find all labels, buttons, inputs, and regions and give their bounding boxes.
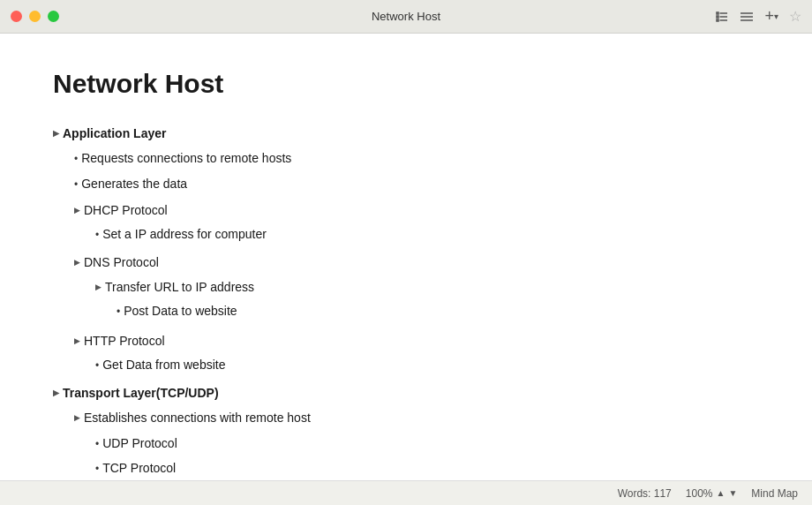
add-icon[interactable]: +▾ [764, 7, 778, 26]
toggle-http[interactable]: ▶ [74, 335, 80, 347]
tcp-protocol-label: TCP Protocol [102, 458, 176, 478]
http-children: • Get Data from website [74, 353, 759, 376]
toggle-dhcp[interactable]: ▶ [74, 204, 80, 216]
generates-data-label: Generates the data [81, 174, 187, 193]
level1-application-layer: ▶ Application Layer [53, 124, 759, 143]
svg-rect-0 [717, 12, 718, 14]
toggle-transfer-url[interactable]: ▶ [95, 281, 102, 293]
bullet-icon: • [95, 461, 99, 478]
list-item: • Generates the data [74, 172, 759, 195]
dns-protocol-label: DNS Protocol [84, 253, 159, 272]
window-title: Network Host [372, 10, 440, 23]
http-protocol-label: HTTP Protocol [84, 331, 165, 350]
zoom-down-arrow[interactable]: ▼ [728, 488, 737, 498]
bullet-icon: • [95, 436, 99, 453]
list-item: • TCP Protocol [95, 456, 759, 479]
favorite-icon[interactable]: ☆ [789, 8, 801, 25]
list-item: ▶ Establishes connections with remote ho… [74, 406, 759, 429]
toolbar-right: +▾ ☆ [715, 8, 801, 26]
list-item: • UDP Protocol [95, 432, 759, 455]
minimize-button[interactable] [29, 11, 41, 22]
list-icon[interactable] [740, 10, 754, 24]
establishes-connections-label: Establishes connections with remote host [84, 408, 311, 427]
dhcp-children: • Set a IP address for computer [74, 222, 759, 245]
get-data-label: Get Data from website [102, 355, 225, 374]
application-layer-label: Application Layer [63, 124, 166, 143]
bullet-icon: • [74, 151, 78, 168]
requests-connections-label: Requests connections to remote hosts [81, 148, 291, 168]
dhcp-protocol-row: ▶ DHCP Protocol [74, 200, 759, 220]
window-controls [11, 11, 59, 22]
bullet-icon: • [95, 227, 99, 244]
udp-protocol-label: UDP Protocol [102, 433, 177, 453]
dns-children: ▶ Transfer URL to IP address • Post Data… [74, 274, 759, 326]
list-item: • Requests connections to remote hosts [74, 147, 759, 170]
dhcp-protocol-label: DHCP Protocol [84, 200, 168, 220]
outline: ▶ Application Layer • Requests connectio… [53, 120, 759, 480]
list-item: ▶ Transfer URL to IP address • Post Data… [95, 274, 759, 326]
document-title: Network Host [53, 69, 759, 99]
list-item: • Post Data to website [117, 299, 759, 322]
set-ip-label: Set a IP address for computer [102, 224, 267, 244]
list-item: ▶ DNS Protocol ▶ Transfer URL to IP addr… [74, 249, 759, 328]
list-item: • Get Data from website [95, 353, 759, 376]
application-layer-children: • Requests connections to remote hosts •… [53, 147, 759, 380]
statusbar: Words: 117 100% ▲ ▼ Mind Map [0, 480, 812, 505]
toggle-transport-layer[interactable]: ▶ [53, 387, 59, 399]
toggle-establishes[interactable]: ▶ [74, 411, 80, 424]
titlebar: Network Host +▾ ☆ [0, 0, 812, 34]
view-mode[interactable]: Mind Map [751, 487, 798, 500]
toggle-application-layer[interactable]: ▶ [53, 127, 59, 139]
zoom-level: 100% ▲ ▼ [686, 487, 738, 500]
toggle-dns[interactable]: ▶ [74, 256, 80, 268]
svg-rect-2 [717, 16, 718, 18]
bullet-icon: • [74, 177, 78, 193]
bullet-icon: • [117, 304, 120, 320]
maximize-button[interactable] [48, 11, 59, 22]
level1-transport-layer: ▶ Transport Layer(TCP/UDP) [53, 383, 759, 403]
transport-layer-children: ▶ Establishes connections with remote ho… [53, 406, 759, 479]
zoom-value: 100% [686, 487, 713, 500]
transport-protocols: • UDP Protocol • TCP Protocol [74, 432, 759, 480]
transfer-url-label: Transfer URL to IP address [105, 277, 254, 297]
list-item: ▶ DHCP Protocol • Set a IP address for c… [74, 197, 759, 249]
list-item: • Set a IP address for computer [95, 222, 759, 245]
dns-protocol-row: ▶ DNS Protocol [74, 253, 759, 272]
bullet-icon: • [95, 358, 99, 374]
word-count: Words: 117 [618, 487, 672, 500]
svg-rect-4 [717, 19, 718, 21]
checklist-icon[interactable] [715, 10, 729, 24]
zoom-up-arrow[interactable]: ▲ [717, 488, 726, 498]
list-item: ▶ HTTP Protocol • Get Data from website [74, 328, 759, 380]
http-protocol-row: ▶ HTTP Protocol [74, 331, 759, 350]
transport-layer-label: Transport Layer(TCP/UDP) [63, 383, 219, 403]
transfer-url-row: ▶ Transfer URL to IP address [95, 277, 759, 297]
document-content: Network Host ▶ Application Layer • Reque… [0, 34, 812, 480]
post-data-label: Post Data to website [124, 301, 237, 320]
transfer-url-children: • Post Data to website [95, 299, 759, 322]
close-button[interactable] [11, 11, 22, 22]
